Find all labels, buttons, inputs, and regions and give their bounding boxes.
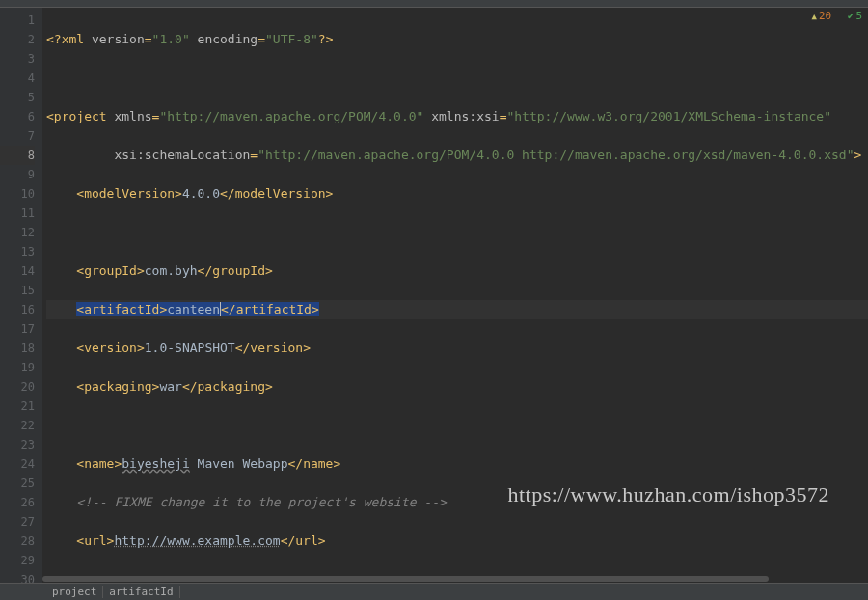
line-number: 22 [0, 416, 35, 435]
text: 1.0-SNAPSHOT [145, 341, 235, 355]
xml-pi: <?xml [46, 32, 92, 46]
code-line[interactable]: <!-- FIXME change it to the project's we… [46, 493, 868, 512]
warnings-count: 20 [811, 10, 831, 22]
text: Maven Webapp [190, 456, 288, 471]
code-line[interactable]: <version>1.0-SNAPSHOT</version> [46, 339, 868, 358]
line-number: 3 [0, 49, 35, 68]
attr-value: "http://maven.apache.org/POM/4.0.0" [159, 109, 423, 123]
editor-tabs-bar[interactable] [0, 0, 868, 8]
line-number: 6 [0, 107, 35, 126]
text: com.byh [145, 263, 198, 278]
code-line[interactable]: <modelVersion>4.0.0</modelVersion> [46, 184, 868, 204]
line-number-gutter: 1 2 3 4 5 6 7 8 9 10 11 12 13 14 15 16 1… [0, 8, 42, 586]
tag: </url> [281, 533, 326, 548]
tag: </name> [287, 456, 340, 471]
attr-value: "http://maven.apache.org/POM/4.0.0 http:… [258, 148, 854, 162]
line-number: 12 [0, 223, 35, 242]
line-number: 8 [0, 146, 35, 165]
line-number: 18 [0, 339, 35, 358]
tag: <packaging> [76, 379, 159, 394]
text: war [159, 379, 181, 394]
line-number: 13 [0, 242, 35, 261]
tag: <project [46, 109, 114, 123]
tag: <artifactId> [76, 302, 167, 316]
line-number: 9 [0, 165, 35, 184]
code-line[interactable]: <packaging>war</packaging> [46, 377, 868, 396]
text: 4.0.0 [182, 186, 220, 201]
line-number: 2 [0, 30, 35, 49]
line-number: 10 [0, 184, 35, 204]
line-number: 28 [0, 532, 35, 551]
line-number: 16 [0, 300, 35, 319]
comment: <!-- FIXME change it to the project's we… [76, 495, 447, 509]
tag: <modelVersion> [76, 186, 182, 201]
attr: xmlns [114, 109, 151, 123]
tag: </packaging> [182, 379, 273, 394]
tag: <url> [76, 533, 114, 548]
line-number: 5 [0, 88, 35, 107]
attr: xsi:schemaLocation [114, 148, 250, 162]
horizontal-scrollbar[interactable] [42, 575, 868, 583]
attr: xmlns:xsi [431, 109, 499, 123]
line-number: 11 [0, 204, 35, 223]
code-line[interactable]: <url>http://www.example.com</url> [46, 532, 868, 551]
line-number: 20 [0, 377, 35, 396]
code-line[interactable] [46, 68, 868, 88]
code-line[interactable]: <groupId>com.byh</groupId> [46, 261, 868, 281]
attr: encoding [198, 32, 258, 46]
line-number: 19 [0, 358, 35, 377]
line-number: 29 [0, 551, 35, 570]
tag: </artifactId> [221, 302, 319, 316]
tag: </groupId> [198, 263, 273, 278]
attr-value: "1.0" [152, 32, 190, 46]
attr: version [92, 32, 145, 46]
line-number: 24 [0, 454, 35, 474]
line-number: 21 [0, 396, 35, 416]
code-editor[interactable]: 1 2 3 4 5 6 7 8 9 10 11 12 13 14 15 16 1… [0, 8, 868, 586]
line-number: 25 [0, 474, 35, 493]
line-number: 14 [0, 261, 35, 281]
inspection-status[interactable]: 20 5 [811, 10, 862, 22]
breadcrumb-item[interactable]: artifactId [103, 586, 179, 598]
line-number: 4 [0, 68, 35, 88]
tag: </version> [235, 341, 311, 355]
code-line-current[interactable]: <artifactId>canteen</artifactId> [46, 300, 868, 319]
breadcrumb-item[interactable]: project [46, 586, 103, 598]
line-number: 26 [0, 493, 35, 512]
scrollbar-thumb[interactable] [42, 576, 769, 582]
tag-close: > [854, 148, 861, 162]
xml-pi-close: ?> [318, 32, 334, 46]
line-number: 23 [0, 435, 35, 454]
code-area[interactable]: <?xml version="1.0" encoding="UTF-8"?> <… [42, 8, 868, 586]
text: biyesheji [122, 456, 189, 471]
line-number: 15 [0, 281, 35, 300]
code-line[interactable]: xsi:schemaLocation="http://maven.apache.… [46, 146, 868, 165]
ok-count: 5 [848, 10, 862, 22]
breadcrumb-bar[interactable]: projectartifactId [0, 583, 868, 600]
code-line[interactable] [46, 416, 868, 435]
line-number: 27 [0, 512, 35, 532]
code-line[interactable]: <name>biyesheji Maven Webapp</name> [46, 454, 868, 474]
code-line[interactable]: <project xmlns="http://maven.apache.org/… [46, 107, 868, 126]
attr-value: "UTF-8" [265, 32, 318, 46]
line-number: 17 [0, 319, 35, 339]
text: http://www.example.com [114, 533, 280, 548]
code-line[interactable]: <?xml version="1.0" encoding="UTF-8"?> [46, 30, 868, 49]
line-number: 7 [0, 126, 35, 146]
attr-value: "http://www.w3.org/2001/XMLSchema-instan… [506, 109, 831, 123]
tag: <name> [76, 456, 122, 471]
text-selected: canteen [167, 302, 221, 316]
line-number: 1 [0, 11, 35, 30]
tag: <version> [76, 341, 144, 355]
tag: <groupId> [76, 263, 144, 278]
code-line[interactable] [46, 223, 868, 242]
tag: </modelVersion> [220, 186, 333, 201]
